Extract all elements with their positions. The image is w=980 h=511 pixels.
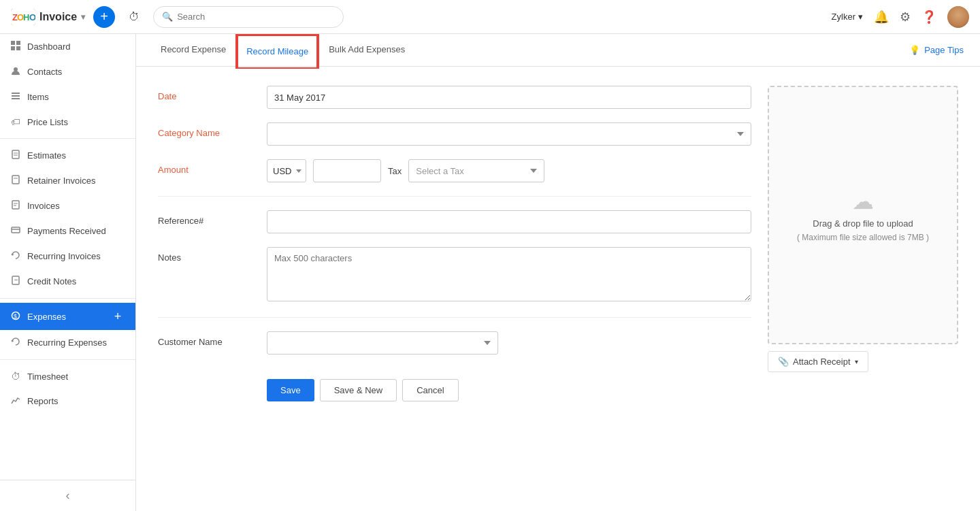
category-select[interactable] bbox=[267, 122, 751, 146]
sidebar-item-recurring-expenses[interactable]: Recurring Expenses bbox=[0, 330, 135, 355]
sidebar-item-timesheet[interactable]: ⏱ Timesheet bbox=[0, 364, 135, 389]
recurring-invoices-icon bbox=[11, 250, 20, 262]
sidebar-label-payments-received: Payments Received bbox=[27, 226, 106, 236]
currency-select[interactable]: USD EUR GBP bbox=[267, 159, 306, 182]
amount-input[interactable] bbox=[313, 159, 381, 182]
notes-textarea[interactable] bbox=[267, 247, 751, 301]
reference-row: Reference# bbox=[158, 210, 751, 233]
timesheet-icon: ⏱ bbox=[11, 371, 20, 382]
contacts-icon bbox=[11, 66, 20, 78]
sidebar-label-items: Items bbox=[27, 92, 49, 102]
app-chevron: ▾ bbox=[81, 12, 85, 22]
tax-label-text: Tax bbox=[388, 166, 402, 176]
sidebar-item-price-lists[interactable]: 🏷 Price Lists bbox=[0, 110, 135, 134]
expenses-icon: $ bbox=[11, 311, 20, 323]
avatar[interactable] bbox=[947, 6, 969, 28]
date-row: Date bbox=[158, 86, 751, 109]
top-navigation: Z O H O Invoice ▾ + ⏱ 🔍 Zylker ▾ 🔔 ⚙ ❓ bbox=[0, 0, 980, 34]
search-icon: 🔍 bbox=[162, 12, 173, 22]
search-bar: 🔍 bbox=[153, 6, 344, 28]
reference-label: Reference# bbox=[158, 210, 267, 226]
estimates-icon bbox=[11, 150, 20, 161]
sidebar-item-recurring-invoices[interactable]: Recurring Invoices bbox=[0, 244, 135, 269]
sidebar-item-payments-received[interactable]: Payments Received bbox=[0, 218, 135, 244]
svg-text:H: H bbox=[23, 12, 29, 22]
sidebar-item-reports[interactable]: Reports bbox=[0, 389, 135, 414]
user-chevron: ▾ bbox=[858, 12, 863, 22]
date-input[interactable] bbox=[267, 86, 751, 109]
sidebar-item-estimates[interactable]: Estimates bbox=[0, 143, 135, 168]
attach-receipt-label: Attach Receipt bbox=[793, 357, 851, 367]
form-right: ☁ Drag & drop file to upload ( Maximum f… bbox=[768, 86, 958, 492]
form-divider-1 bbox=[158, 196, 751, 197]
sidebar-label-recurring-invoices: Recurring Invoices bbox=[27, 251, 101, 261]
search-input[interactable] bbox=[177, 12, 335, 22]
form-divider-2 bbox=[158, 317, 751, 318]
app-logo[interactable]: Z O H O Invoice ▾ bbox=[11, 9, 85, 25]
reference-input[interactable] bbox=[267, 210, 751, 233]
sidebar-label-timesheet: Timesheet bbox=[27, 372, 68, 382]
recurring-expenses-icon bbox=[11, 337, 20, 348]
tab-record-mileage[interactable]: Record Mileage bbox=[237, 35, 318, 67]
amount-label: Amount bbox=[158, 159, 267, 175]
attach-chevron: ▾ bbox=[855, 358, 858, 365]
tax-select[interactable]: Select a Tax bbox=[408, 159, 544, 182]
sidebar-label-expenses: Expenses bbox=[27, 312, 66, 322]
price-lists-icon: 🏷 bbox=[11, 116, 20, 127]
sidebar-label-credit-notes: Credit Notes bbox=[27, 276, 76, 286]
sidebar-item-expenses[interactable]: $ Expenses + bbox=[0, 303, 135, 330]
history-button[interactable]: ⏱ bbox=[123, 6, 145, 28]
page-tips-button[interactable]: 💡 Page Tips bbox=[909, 45, 964, 55]
sidebar-divider-2 bbox=[0, 298, 135, 299]
svg-rect-11 bbox=[12, 95, 20, 97]
save-button[interactable]: Save bbox=[267, 379, 314, 401]
sidebar-item-invoices[interactable]: Invoices bbox=[0, 193, 135, 218]
svg-rect-21 bbox=[12, 227, 20, 233]
add-button[interactable]: + bbox=[93, 6, 115, 28]
svg-text:$: $ bbox=[14, 313, 17, 320]
collapse-icon: ‹ bbox=[66, 489, 70, 503]
sidebar-label-recurring-expenses: Recurring Expenses bbox=[27, 337, 107, 348]
form-actions: Save Save & New Cancel bbox=[158, 368, 751, 418]
expenses-add-button[interactable]: + bbox=[111, 310, 125, 323]
date-control bbox=[267, 86, 751, 109]
user-name: Zylker bbox=[832, 12, 855, 22]
page-tips-label: Page Tips bbox=[924, 45, 964, 55]
save-new-button[interactable]: Save & New bbox=[320, 379, 397, 401]
sidebar-label-dashboard: Dashboard bbox=[27, 42, 71, 52]
amount-control: USD EUR GBP Tax Select a Tax bbox=[267, 159, 751, 182]
tab-bulk-add-expenses[interactable]: Bulk Add Expenses bbox=[321, 34, 413, 67]
sidebar-label-reports: Reports bbox=[27, 396, 59, 406]
sidebar-label-retainer-invoices: Retainer Invoices bbox=[27, 176, 95, 186]
cancel-button[interactable]: Cancel bbox=[402, 379, 458, 401]
upload-sub-text: ( Maximum file size allowed is 7MB ) bbox=[797, 233, 929, 242]
upload-area[interactable]: ☁ Drag & drop file to upload ( Maximum f… bbox=[768, 86, 958, 344]
user-menu[interactable]: Zylker ▾ bbox=[832, 12, 863, 22]
sidebar-item-credit-notes[interactable]: ✏ Credit Notes bbox=[0, 269, 135, 294]
retainer-invoices-icon bbox=[11, 175, 20, 186]
tab-record-expense[interactable]: Record Expense bbox=[152, 34, 234, 67]
svg-rect-13 bbox=[12, 150, 19, 159]
sidebar-label-invoices: Invoices bbox=[27, 201, 60, 211]
svg-rect-6 bbox=[16, 41, 20, 45]
sidebar-item-items[interactable]: Items bbox=[0, 84, 135, 110]
sidebar-label-contacts: Contacts bbox=[27, 67, 62, 77]
attach-receipt-button[interactable]: 📎 Attach Receipt ▾ bbox=[768, 351, 868, 372]
customer-select[interactable] bbox=[267, 331, 498, 355]
sidebar-label-price-lists: Price Lists bbox=[27, 117, 68, 127]
sidebar-item-dashboard[interactable]: Dashboard bbox=[0, 34, 135, 59]
category-label: Category Name bbox=[158, 122, 267, 138]
settings-icon[interactable]: ⚙ bbox=[900, 10, 911, 24]
customer-control bbox=[267, 331, 751, 355]
sidebar-item-retainer-invoices[interactable]: Retainer Invoices bbox=[0, 168, 135, 193]
sidebar-collapse-button[interactable]: ‹ bbox=[0, 480, 135, 511]
sidebar-label-estimates: Estimates bbox=[27, 150, 66, 161]
notes-row: Notes bbox=[158, 247, 751, 303]
notifications-icon[interactable]: 🔔 bbox=[874, 10, 889, 24]
help-icon[interactable]: ❓ bbox=[921, 10, 936, 24]
dashboard-icon bbox=[11, 41, 20, 52]
sidebar-item-contacts[interactable]: Contacts bbox=[0, 59, 135, 84]
main-content: Record Expense Record Mileage Bulk Add E… bbox=[136, 34, 980, 511]
page-tips-icon: 💡 bbox=[909, 45, 920, 55]
notes-control bbox=[267, 247, 751, 303]
